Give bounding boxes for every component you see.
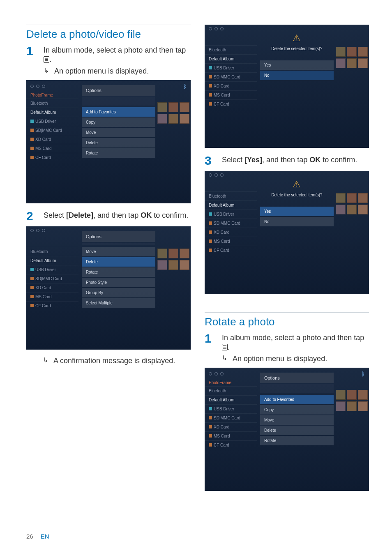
sidebar-item: SD|MMC Card [26, 126, 78, 135]
screenshot-confirm-no: Bluetooth Default Album USB Driver SD|MM… [205, 25, 369, 148]
options-header: Options [82, 231, 155, 242]
screenshot-options-menu: ᛒ PhotoFrame Bluetooth Default Album USB… [26, 80, 191, 203]
sidebar-item: USB Driver [205, 404, 257, 413]
warning-icon: ⚠ [263, 180, 330, 189]
sidebar-item: Default Album [205, 54, 257, 63]
sidebar-item: CF Card [26, 301, 78, 310]
sidebar-item: Default Album [205, 200, 257, 210]
option-row: Group By [82, 288, 155, 297]
option-row: Add to Favorites [260, 395, 334, 404]
rotate-step1-body: In album mode, select a photo and then t… [222, 332, 369, 364]
option-row: Rotate [82, 148, 155, 158]
page-footer: 26 EN [26, 532, 49, 541]
bluetooth-icon: ᛒ [183, 83, 187, 90]
sidebar-item: CF Card [205, 440, 257, 449]
screenshot-options-delete: Bluetooth Default Album USB Driver SD|MM… [26, 226, 191, 350]
step3-c: , and then tap [262, 156, 309, 164]
options-header: Options [82, 85, 155, 96]
option-row: Move [82, 128, 155, 137]
sidebar-item: Bluetooth [26, 247, 78, 256]
step-number: 2 [26, 210, 36, 222]
heading-rotate: Rotate a photo [205, 312, 369, 329]
step-1-body: In album mode, select a photo and then t… [44, 45, 191, 76]
right-column: Bluetooth Default Album USB Driver SD|MM… [205, 25, 369, 497]
dialog-option-yes: Yes [260, 60, 334, 70]
rotate-step1-a: In album mode, select a photo and then t… [222, 334, 364, 342]
warning-icon: ⚠ [263, 34, 330, 43]
sidebar-item: Bluetooth [205, 45, 257, 54]
sidebar-item: Default Album [26, 256, 78, 265]
page-lang: EN [41, 532, 49, 541]
option-row: Delete [260, 426, 334, 435]
step3-d: OK [309, 156, 321, 164]
step2-e: to confirm. [152, 211, 188, 219]
menu-icon [222, 344, 228, 350]
sidebar-title: PhotoFrame [26, 92, 78, 99]
option-row: Rotate [260, 436, 334, 445]
step1-text-b: . [49, 55, 51, 64]
option-row: Copy [82, 117, 155, 127]
option-row: Photo Style [82, 278, 155, 287]
sidebar-item: CF Card [205, 246, 257, 255]
sidebar-item: Bluetooth [205, 386, 257, 395]
sidebar-item: MS Card [26, 144, 78, 153]
dialog-question: Delete the selected item(s)? [263, 192, 330, 198]
sidebar-item: USB Driver [26, 265, 78, 274]
rotate-step1-result: An option menu is displayed. [233, 354, 327, 364]
screenshot-options-menu-2: ᛒ PhotoFrame Bluetooth Default Album USB… [205, 368, 369, 491]
step2-b: [Delete] [66, 211, 93, 219]
sidebar-item: SD|MMC Card [205, 413, 257, 422]
result-arrow-icon: ↳ [222, 354, 229, 364]
dialog-option-no: No [260, 217, 334, 226]
option-row: Delete [82, 138, 155, 147]
sidebar-item: USB Driver [205, 63, 257, 72]
heading-delete: Delete a photo/video file [26, 25, 191, 41]
dialog-option-no: No [260, 71, 334, 80]
result-arrow-icon: ↳ [43, 356, 50, 366]
sidebar-item: SD|MMC Card [205, 219, 257, 228]
options-header: Options [260, 373, 334, 383]
sidebar-item: MS Card [26, 292, 78, 301]
sidebar-item: MS Card [205, 431, 257, 440]
sidebar-item: XD Card [205, 81, 257, 90]
menu-icon [44, 56, 49, 63]
dialog-option-yes: Yes [260, 207, 334, 216]
option-row: Move [260, 415, 334, 425]
option-row: Move [82, 247, 155, 256]
sidebar-item: SD|MMC Card [26, 274, 78, 283]
sidebar-item: XD Card [26, 283, 78, 292]
step3-e: to confirm. [321, 156, 357, 164]
page-number: 26 [26, 532, 33, 541]
step-3-body: Select [Yes], and then tap OK to confirm… [222, 154, 369, 167]
option-row: Delete [82, 257, 155, 267]
option-row: Rotate [82, 267, 155, 277]
step1-text-a: In album mode, select a photo and then t… [44, 46, 186, 54]
sidebar-item: CF Card [26, 153, 78, 162]
sidebar-item: Default Album [26, 108, 78, 117]
step2-d: OK [141, 211, 152, 219]
sidebar-item: MS Card [205, 90, 257, 99]
step-number: 1 [205, 332, 214, 364]
step2-a: Select [44, 211, 66, 219]
screenshot-confirm-yes: Bluetooth Default Album USB Driver SD|MM… [205, 171, 369, 294]
sidebar-item: USB Driver [26, 117, 78, 126]
sidebar-item: Bluetooth [26, 99, 78, 108]
sidebar-item: XD Card [205, 422, 257, 431]
result-arrow-icon: ↳ [44, 67, 51, 76]
sidebar-item: Bluetooth [205, 191, 257, 200]
step-2-body: Select [Delete], and then tap OK to conf… [44, 210, 191, 222]
step3-a: Select [222, 156, 244, 164]
bluetooth-icon: ᛒ [362, 370, 365, 378]
step2-result: A confirmation message is displayed. [53, 356, 175, 366]
rotate-step1-b: . [228, 343, 230, 351]
sidebar-item: CF Card [205, 99, 257, 108]
sidebar-item: USB Driver [205, 210, 257, 219]
left-column: Delete a photo/video file 1 In album mod… [26, 25, 191, 497]
option-row: Copy [260, 405, 334, 415]
option-row: Select Multiple [82, 298, 155, 308]
step-number: 3 [205, 154, 214, 167]
step2-result-row: ↳ A confirmation message is displayed. [43, 356, 191, 366]
sidebar-item: XD Card [205, 228, 257, 237]
sidebar-item: XD Card [26, 135, 78, 144]
sidebar-item: Default Album [205, 395, 257, 404]
